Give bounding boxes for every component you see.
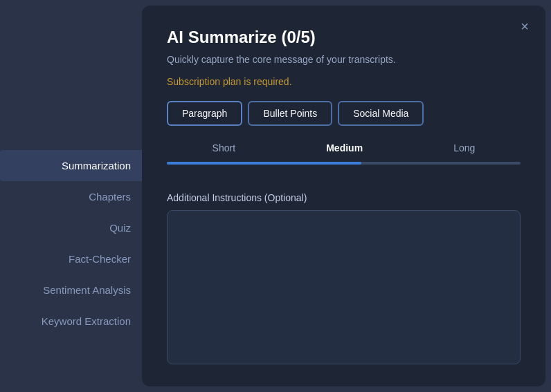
sidebar-item-summarization[interactable]: Summarization [0,150,142,181]
sidebar-item-sentiment-analysis[interactable]: Sentiment Analysis [0,274,142,306]
subscription-notice: Subscription plan is required. [167,76,521,87]
format-button-bullet-points[interactable]: Bullet Points [248,101,332,126]
sidebar-item-keyword-extraction[interactable]: Keyword Extraction [0,306,142,337]
panel-description: Quickly capture the core message of your… [167,54,521,65]
length-progress-fill [167,162,361,165]
length-options-group: Short Medium Long [167,140,521,156]
length-option-long[interactable]: Long [442,140,486,156]
close-button[interactable]: × [518,17,532,36]
sidebar-item-quiz[interactable]: Quiz [0,212,142,243]
length-option-short[interactable]: Short [201,140,246,156]
instructions-label: Additional Instructions (Optional) [167,192,521,203]
panel-title: AI Summarize (0/5) [167,28,521,47]
format-button-social-media[interactable]: Social Media [338,101,424,126]
instructions-textarea[interactable] [167,210,521,364]
sidebar-item-fact-checker[interactable]: Fact-Checker [0,243,142,274]
length-option-medium[interactable]: Medium [315,140,374,156]
sidebar-item-chapters[interactable]: Chapters [0,181,142,212]
main-panel: × AI Summarize (0/5) Quickly capture the… [142,6,545,386]
format-button-paragraph[interactable]: Paragraph [167,101,242,126]
format-buttons-group: Paragraph Bullet Points Social Media [167,101,521,126]
sidebar: Summarization Chapters Quiz Fact-Checker… [0,0,142,392]
length-section: Short Medium Long [167,140,521,178]
length-progress-bar [167,162,521,165]
